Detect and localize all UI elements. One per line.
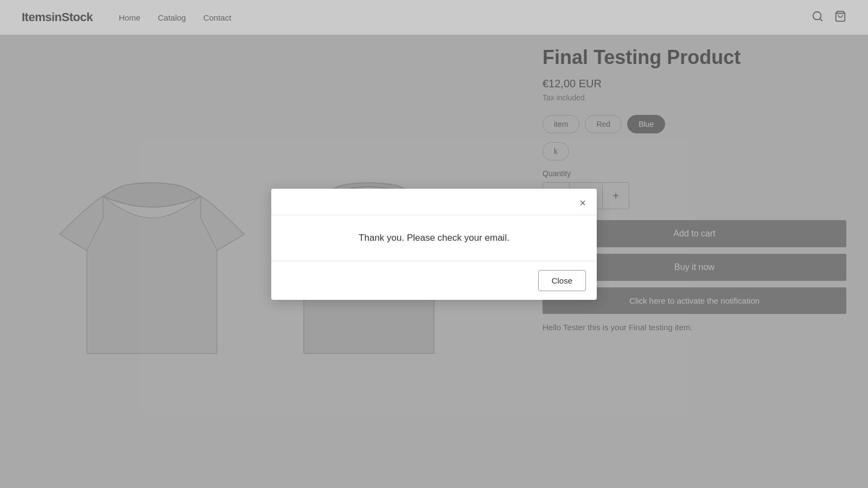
- modal-message: Thank you. Please check your email.: [293, 233, 575, 243]
- modal-overlay[interactable]: × Thank you. Please check your email. Cl…: [0, 0, 868, 488]
- modal-close-button[interactable]: Close: [538, 270, 586, 291]
- modal-footer: Close: [271, 261, 597, 300]
- modal-close-x-button[interactable]: ×: [579, 197, 586, 208]
- modal: × Thank you. Please check your email. Cl…: [271, 189, 597, 300]
- modal-header: ×: [271, 189, 597, 215]
- modal-body: Thank you. Please check your email.: [271, 215, 597, 261]
